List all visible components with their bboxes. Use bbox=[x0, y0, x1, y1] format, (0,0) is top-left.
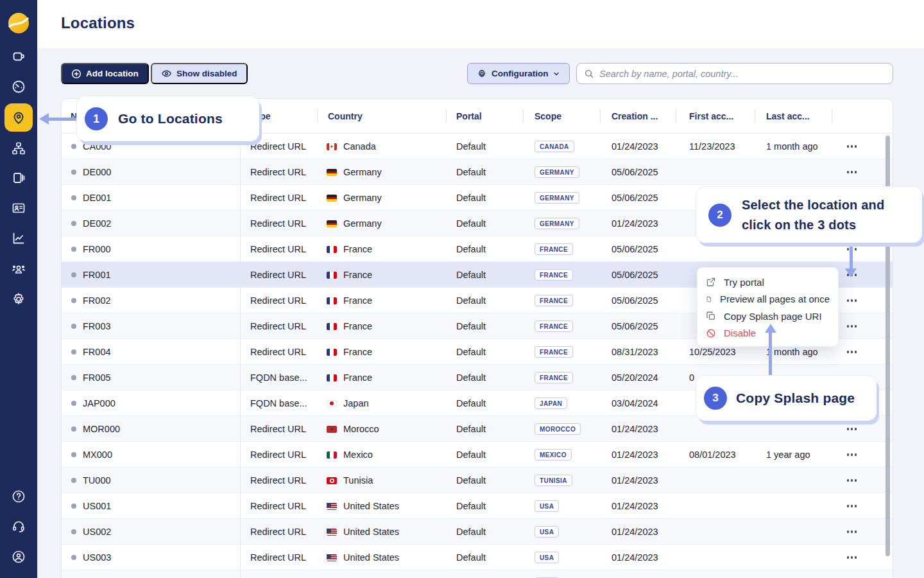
scope-badge: USA bbox=[535, 526, 559, 538]
search-input[interactable] bbox=[599, 69, 886, 79]
row-type: Redirect URL bbox=[250, 545, 306, 570]
column-header-portal[interactable]: Portal bbox=[456, 111, 482, 121]
row-name: DE002 bbox=[83, 211, 111, 236]
column-divider bbox=[755, 109, 755, 123]
row-type: Redirect URL bbox=[250, 493, 306, 519]
row-portal: Default bbox=[456, 262, 486, 288]
country-flag bbox=[327, 503, 337, 510]
row-actions-button[interactable] bbox=[846, 527, 858, 536]
eye-icon bbox=[161, 68, 172, 79]
search-icon bbox=[584, 69, 594, 79]
sidebar-item-settings[interactable] bbox=[11, 292, 26, 307]
sidebar-item-help[interactable] bbox=[11, 489, 26, 504]
row-type: Redirect URL bbox=[250, 262, 306, 288]
row-creation: 01/24/2023 bbox=[612, 211, 658, 236]
row-type: Redirect URL bbox=[250, 236, 306, 262]
sidebar-item-contacts[interactable] bbox=[11, 200, 26, 216]
sidebar-item-network[interactable] bbox=[11, 141, 26, 156]
sidebar-item-analytics[interactable] bbox=[11, 231, 26, 246]
column-header-scope[interactable]: Scope bbox=[535, 111, 561, 121]
row-portal: Default bbox=[456, 288, 486, 313]
row-country-name: France bbox=[343, 372, 372, 383]
row-type: Redirect URL bbox=[250, 134, 306, 159]
table-row[interactable]: US001 Redirect URL United States Default… bbox=[62, 493, 893, 519]
row-actions-button[interactable] bbox=[846, 295, 858, 305]
row-country-name: Japan bbox=[343, 398, 369, 408]
table-row[interactable]: USA bbox=[62, 570, 893, 578]
step-text: Select the location and click on the 3 d… bbox=[742, 195, 884, 235]
copy-icon bbox=[706, 311, 716, 321]
column-header-first[interactable]: First acc... bbox=[689, 111, 733, 121]
row-name: US002 bbox=[83, 519, 111, 545]
row-actions-button[interactable] bbox=[846, 475, 858, 485]
table-row[interactable]: TU000 Redirect URL Tunisia Default TUNIS… bbox=[62, 468, 893, 493]
column-header-last[interactable]: Last acc... bbox=[766, 111, 810, 121]
menu-item-try-portal[interactable]: Try portal bbox=[697, 274, 838, 291]
status-dot bbox=[71, 426, 76, 432]
id-card-icon bbox=[11, 200, 26, 216]
row-creation: 05/20/2024 bbox=[612, 365, 658, 390]
row-actions-button[interactable] bbox=[846, 450, 858, 459]
country-flag bbox=[327, 297, 337, 304]
country-flag bbox=[327, 477, 337, 484]
row-actions-button[interactable] bbox=[846, 552, 858, 562]
table-row[interactable]: US002 Redirect URL United States Default… bbox=[62, 519, 893, 545]
row-creation: 05/06/2025 bbox=[612, 313, 658, 339]
column-header-country[interactable]: Country bbox=[328, 111, 363, 121]
step-text-line2: click on the 3 dots bbox=[742, 218, 856, 232]
sidebar-item-portal[interactable] bbox=[11, 49, 26, 64]
table-row[interactable]: MX000 Redirect URL Mexico Default MEXICO… bbox=[62, 442, 893, 468]
menu-item-preview-all-pages[interactable]: Preview all pages at once bbox=[697, 291, 838, 308]
sidebar-item-locations[interactable] bbox=[4, 103, 33, 132]
row-country-name: France bbox=[343, 321, 372, 331]
row-creation: 08/31/2023 bbox=[612, 339, 658, 365]
row-type: Redirect URL bbox=[250, 468, 306, 493]
status-dot bbox=[71, 555, 76, 560]
scope-badge: GERMANY bbox=[535, 192, 579, 204]
row-actions-button[interactable] bbox=[846, 501, 858, 511]
sidebar bbox=[0, 0, 37, 578]
row-actions-button[interactable] bbox=[846, 347, 858, 356]
country-flag bbox=[327, 169, 337, 176]
scope-badge: GERMANY bbox=[535, 166, 579, 178]
row-context-menu: Try portal Preview all pages at once Cop… bbox=[697, 267, 839, 347]
add-location-button[interactable]: Add location bbox=[61, 63, 149, 84]
configuration-button[interactable]: Configuration bbox=[467, 63, 570, 84]
sidebar-item-dashboard[interactable] bbox=[11, 79, 26, 94]
table-row[interactable]: US003 Redirect URL United States Default… bbox=[62, 545, 893, 570]
row-portal: Default bbox=[456, 159, 486, 185]
row-creation: 01/24/2023 bbox=[612, 468, 658, 493]
sidebar-item-account[interactable] bbox=[11, 549, 26, 565]
ban-icon bbox=[706, 328, 716, 338]
row-actions-button[interactable] bbox=[846, 141, 858, 151]
row-actions-button[interactable] bbox=[846, 424, 858, 434]
sidebar-item-devices[interactable] bbox=[11, 170, 26, 186]
column-header-creation[interactable]: Creation ... bbox=[612, 111, 658, 121]
app-logo[interactable] bbox=[4, 9, 33, 37]
show-disabled-button[interactable]: Show disabled bbox=[151, 63, 248, 84]
row-type: Redirect URL bbox=[250, 416, 306, 442]
row-creation: 05/06/2025 bbox=[612, 288, 658, 313]
row-creation: 05/06/2025 bbox=[612, 236, 658, 262]
row-name: DE001 bbox=[83, 185, 111, 211]
row-first-access: 11/23/2023 bbox=[689, 134, 735, 159]
sidebar-item-users[interactable] bbox=[10, 261, 27, 277]
status-dot bbox=[71, 529, 76, 534]
row-portal: Default bbox=[456, 545, 486, 570]
table-row[interactable]: DE000 Redirect URL Germany Default GERMA… bbox=[62, 159, 893, 185]
sidebar-item-support[interactable] bbox=[11, 519, 26, 534]
add-location-label: Add location bbox=[86, 69, 139, 78]
row-portal: Default bbox=[456, 365, 486, 390]
status-dot bbox=[71, 221, 76, 226]
country-flag bbox=[327, 426, 337, 433]
menu-item-label: Preview all pages at once bbox=[720, 293, 830, 304]
chart-line-icon bbox=[11, 231, 26, 246]
users-icon bbox=[10, 261, 27, 277]
row-country-name: France bbox=[343, 295, 372, 306]
row-actions-button[interactable] bbox=[846, 167, 858, 177]
scope-badge: FRANCE bbox=[535, 243, 573, 255]
column-divider bbox=[523, 109, 524, 123]
menu-item-copy-splash-uri[interactable]: Copy Splash page URI bbox=[697, 308, 838, 325]
row-portal: Default bbox=[456, 339, 486, 365]
row-actions-button[interactable] bbox=[846, 321, 858, 331]
